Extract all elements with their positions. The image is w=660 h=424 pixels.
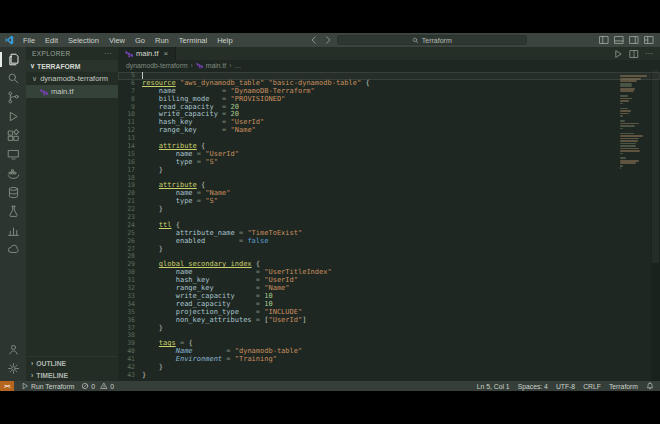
breadcrumb-file[interactable]: main.tf [206, 62, 226, 69]
code-line[interactable]: 36 non_key_attributes = ["UserId"] [118, 317, 660, 325]
sidebar-title: EXPLORER [32, 50, 71, 57]
minimap-line [620, 80, 637, 82]
close-tab-icon[interactable]: × [164, 49, 169, 58]
toggle-secondary-sidebar-icon[interactable] [629, 35, 639, 45]
code-line[interactable]: 21 type = "S" [118, 198, 660, 206]
error-count: 0 [91, 383, 95, 390]
run-terraform-button[interactable]: Run Terraform [21, 382, 74, 390]
minimap-line [620, 143, 636, 145]
timeline-section[interactable]: › TIMELINE [26, 369, 118, 381]
menu-edit[interactable]: Edit [41, 36, 62, 45]
source-control-icon[interactable] [0, 88, 26, 107]
toggle-panel-icon[interactable] [614, 35, 624, 45]
notifications-bell-icon[interactable] [646, 382, 654, 390]
settings-gear-icon[interactable] [0, 359, 26, 378]
accounts-icon[interactable] [0, 340, 26, 359]
problems-indicator[interactable]: 0 0 [81, 382, 114, 390]
editor-scrollbar[interactable] [651, 70, 660, 381]
tree-item-folder[interactable]: ∨ dynamodb-terraform [26, 72, 118, 85]
minimap-line [620, 145, 636, 147]
menu-selection[interactable]: Selection [64, 36, 103, 45]
code-area[interactable]: 56resource "aws_dynamodb_table" "basic-d… [118, 70, 660, 380]
split-editor-icon[interactable] [629, 49, 639, 59]
menu-help[interactable]: Help [213, 36, 236, 45]
remote-icon: >< [4, 383, 10, 389]
minimap-line [620, 128, 623, 130]
status-left: >< Run Terraform 0 0 [0, 381, 114, 391]
terraform-file-icon [40, 88, 48, 96]
command-center-area: Terraform [237, 35, 599, 45]
outline-section[interactable]: › OUTLINE [26, 357, 118, 369]
command-center[interactable]: Terraform [337, 35, 527, 45]
encoding-indicator[interactable]: UTF-8 [556, 383, 575, 390]
menu-terminal[interactable]: Terminal [175, 36, 211, 45]
sidebar-more-actions-icon[interactable]: ··· [104, 50, 112, 57]
code-line[interactable]: 16 type = "S" [118, 159, 660, 167]
play-icon [21, 382, 29, 390]
run-file-icon[interactable] [613, 49, 623, 59]
nav-forward-icon[interactable] [323, 35, 333, 45]
menu-file[interactable]: File [19, 36, 39, 45]
code-line[interactable]: 37 } [118, 325, 660, 333]
search-icon[interactable] [0, 69, 26, 88]
code-line[interactable]: 38 [118, 332, 660, 340]
eol-indicator[interactable]: CRLF [583, 383, 601, 390]
code-line[interactable]: 42 } [118, 364, 660, 372]
minimap[interactable] [620, 73, 650, 170]
editor-actions: ··· [613, 47, 660, 60]
minimap-line [620, 140, 638, 142]
minimap-line [620, 138, 639, 140]
run-terraform-label: Run Terraform [31, 383, 74, 390]
status-bar: >< Run Terraform 0 0 Ln 5, Col 1 Spaces:… [0, 381, 660, 391]
code-line[interactable]: 26 enabled = false [118, 238, 660, 246]
workspace-section-header[interactable]: ∨ TERRAFORM [26, 60, 118, 72]
docker-icon[interactable] [0, 164, 26, 183]
code-line[interactable]: 17 } [118, 167, 660, 175]
minimap-line [620, 95, 628, 97]
scrollbar-thumb[interactable] [652, 70, 659, 263]
database-icon[interactable] [0, 183, 26, 202]
minimap-line [620, 115, 623, 117]
menu-view[interactable]: View [105, 36, 129, 45]
minimap-line [620, 108, 628, 110]
indentation-indicator[interactable]: Spaces: 4 [518, 383, 548, 390]
minimap-line [620, 88, 635, 90]
terraform-file-icon [196, 62, 203, 69]
terraform-file-icon [125, 50, 133, 58]
explorer-icon[interactable] [0, 50, 26, 69]
more-actions-icon[interactable]: ··· [645, 49, 653, 58]
breadcrumb-folder[interactable]: dynamodb-terraform [126, 62, 188, 69]
aws-cloud-icon[interactable] [0, 240, 26, 259]
chevron-right-icon: › [31, 372, 33, 379]
code-line[interactable]: 22 } [118, 206, 660, 214]
tab-main-tf[interactable]: main.tf × [118, 47, 176, 60]
remote-indicator[interactable]: >< [0, 381, 14, 391]
remote-explorer-icon[interactable] [0, 145, 26, 164]
breadcrumb-symbol[interactable]: … [235, 62, 242, 69]
code-editor[interactable]: 56resource "aws_dynamodb_table" "basic-d… [118, 70, 660, 381]
chevron-down-icon: ∨ [32, 75, 37, 83]
menu-go[interactable]: Go [131, 36, 149, 45]
code-line[interactable]: 43} [118, 372, 660, 380]
code-line[interactable]: 41 Environment = "Training" [118, 356, 660, 364]
menu-run[interactable]: Run [151, 36, 173, 45]
minimap-line [620, 123, 639, 125]
code-line[interactable]: 12 range_key = "Name" [118, 127, 660, 135]
customize-layout-icon[interactable] [644, 35, 654, 45]
vscode-logo-icon [4, 35, 14, 45]
chart-icon[interactable] [0, 221, 26, 240]
tree-item-file[interactable]: main.tf [26, 85, 118, 98]
run-and-debug-icon[interactable] [0, 107, 26, 126]
cursor-position[interactable]: Ln 5, Col 1 [477, 383, 510, 390]
code-line[interactable]: 23 [118, 214, 660, 222]
language-mode[interactable]: Terraform [609, 383, 638, 390]
testing-beaker-icon[interactable] [0, 202, 26, 221]
timeline-label: TIMELINE [36, 372, 68, 379]
sidebar-bottom-sections: › OUTLINE › TIMELINE [26, 356, 118, 381]
extensions-icon[interactable] [0, 126, 26, 145]
minimap-line [620, 133, 634, 135]
toggle-sidebar-icon[interactable] [599, 35, 609, 45]
nav-back-icon[interactable] [309, 35, 319, 45]
minimap-line [620, 148, 639, 150]
code-line[interactable]: 27 } [118, 246, 660, 254]
